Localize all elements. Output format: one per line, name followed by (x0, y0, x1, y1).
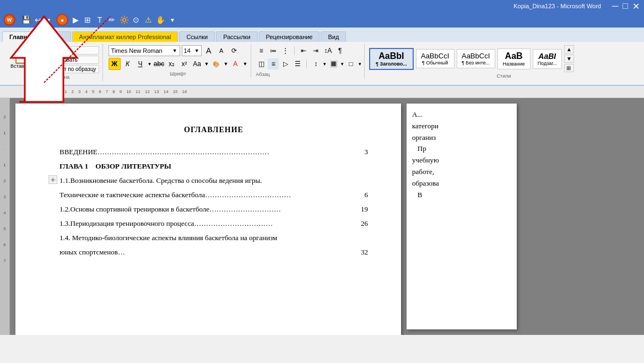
toc-entry-6: 1.3.Периодизация тренировочного процесса… (59, 219, 368, 228)
title-bar: Kopia_Dina123 - Microsoft Word ─ □ ✕ (0, 0, 644, 12)
toc-entry-4: Технические и тактические аспекты баскет… (59, 191, 368, 199)
highlight-color-btn[interactable]: 🎨 (210, 58, 221, 69)
tab-insert[interactable]: Вст... (42, 31, 71, 42)
tab-view[interactable]: Вид (321, 31, 346, 42)
borders-dropdown[interactable]: ▼ (358, 62, 362, 67)
align-right-btn[interactable]: ▷ (280, 58, 291, 69)
toc-entry-1: ВВЕДЕНИЕ……………………………………………………………… 3 (59, 148, 368, 156)
toc-page-1: 3 (351, 148, 368, 156)
numbering-btn[interactable]: ≔ (268, 45, 279, 56)
underline-dropdown[interactable]: ▼ (148, 62, 152, 67)
bold-btn[interactable]: Ж (109, 58, 121, 70)
font-size-box[interactable]: 14 ▼ (182, 45, 202, 56)
antiplagiat-quick-btn[interactable]: ● (56, 14, 68, 26)
paste-button[interactable]: 📋 Вставить (7, 48, 35, 71)
normal-style-btn[interactable]: AaBbCcI ¶ Обычный (416, 49, 454, 68)
toc-page-6: 26 (351, 219, 368, 228)
document-area: 2 1 · 1 2 3 4 5 6 7 + ОГЛАВЛЕНИЕ ВВЕДЕНИ… (0, 98, 644, 335)
toc-page-5: 19 (351, 205, 368, 214)
line-spacing-btn[interactable]: ↕ (310, 58, 321, 69)
copy-button[interactable]: 📄 Копировать (37, 56, 99, 64)
shrink-font-btn[interactable]: A (216, 45, 227, 56)
show-marks-btn[interactable]: ¶ (334, 45, 345, 56)
maximize-btn[interactable]: □ (623, 1, 628, 11)
bullets-btn[interactable]: ≡ (256, 45, 267, 56)
highlight-dropdown[interactable]: ▼ (223, 61, 228, 67)
grow-font-btn[interactable]: A (203, 45, 214, 56)
align-center-btn[interactable]: ≡ (268, 58, 279, 69)
tab-antiplagiat[interactable]: Антиплагиат киллер Professional (72, 31, 178, 42)
toc-text-1: ВВЕДЕНИЕ……………………………………………………………… (59, 148, 351, 156)
undo-dropdown[interactable]: ▼ (44, 15, 54, 25)
toc-entry-7: 1.4. Методико-биологические аспекты влия… (59, 234, 368, 242)
paragraph-group: ≡ ≔ ⋮ ⇤ ⇥ ↕A ¶ ◫ ≡ ▷ ☰ ↕ ▼ 🔳 ▼ □ ▼ (253, 44, 365, 78)
tab-references[interactable]: Ссылки (179, 31, 215, 42)
ribbon-content: 📋 Вставить ✂ Вырезать 📄 Копировать 🖌 Фор… (0, 42, 644, 86)
no-spacing-style-btn[interactable]: AaBbCcI ¶ Без инте... (457, 49, 495, 68)
superscript-btn[interactable]: x² (179, 58, 190, 69)
line-spacing-dropdown[interactable]: ▼ (322, 62, 327, 67)
toc-text-8: юных спортсменов… (59, 248, 351, 257)
toc-text-4: Технические и тактические аспекты баскет… (59, 191, 351, 199)
font-name-box[interactable]: Times New Roman ▼ (109, 45, 180, 56)
justify-btn[interactable]: ☰ (292, 58, 303, 69)
font-color-dropdown[interactable]: ▼ (242, 61, 247, 67)
shading-btn[interactable]: 🔳 (328, 58, 339, 69)
italic-btn[interactable]: К (122, 58, 133, 69)
quick-access-toolbar: W 💾 ↩ ▼ ● ▶ ⊞ T ✏ 🔆 ⊙ ⚠ ✋ ▼ (0, 12, 644, 28)
hand-btn[interactable]: ✋ (155, 15, 165, 25)
right-panel-text: А... категори организ Пр учебную работе,… (412, 109, 511, 201)
cut-button[interactable]: ✂ Вырезать (37, 46, 99, 55)
save-button[interactable]: 💾 (21, 15, 31, 25)
shading-dropdown[interactable]: ▼ (340, 62, 344, 67)
undo-button[interactable]: ↩ (33, 15, 43, 25)
sep1 (294, 46, 295, 55)
paragraph-label: Абзац (256, 72, 362, 77)
subtitle-style-btn[interactable]: AaBI Подзаг... (533, 49, 562, 69)
font-group: Times New Roman ▼ 14 ▼ A A ⟳ Ж К Ч ▼ (105, 44, 252, 78)
multilevel-btn[interactable]: ⋮ (280, 45, 291, 56)
styles-more-btn[interactable]: ⊞ (564, 64, 574, 72)
page-container: + ОГЛАВЛЕНИЕ ВВЕДЕНИЕ…………………………………………………… (10, 98, 644, 335)
subscript-btn[interactable]: x₂ (166, 58, 177, 69)
borders-btn[interactable]: □ (345, 58, 356, 69)
case-btn[interactable]: Аа (192, 58, 203, 69)
table-insert-btn[interactable]: ⊞ (83, 15, 93, 25)
increase-indent-btn[interactable]: ⇥ (310, 45, 321, 56)
font-label: Шрифт (170, 71, 186, 77)
align-left-btn[interactable]: ◫ (256, 58, 267, 69)
minimize-btn[interactable]: ─ (612, 1, 618, 11)
sort-btn[interactable]: ↕A (322, 45, 333, 56)
format-painter-button[interactable]: 🖌 Формат по образцу (37, 65, 99, 73)
title-style-btn[interactable]: AaB Название (497, 48, 531, 69)
tab-review[interactable]: Рецензирование (259, 31, 320, 42)
underline-btn[interactable]: Ч (135, 58, 146, 69)
toc-text-7: 1.4. Методико-биологические аспекты влия… (59, 234, 351, 242)
decrease-indent-btn[interactable]: ⇤ (298, 45, 309, 56)
tab-mailings[interactable]: Рассылки (216, 31, 257, 42)
draw-btn[interactable]: ✏ (107, 15, 117, 25)
lasso-btn[interactable]: ⊙ (131, 15, 141, 25)
office-button[interactable]: W (3, 14, 15, 26)
font-color-btn[interactable]: A (230, 58, 241, 69)
tab-home[interactable]: Главная (2, 31, 41, 42)
dropdown-arrow[interactable]: ▼ (170, 17, 175, 23)
toc-text-3: 1.1.Возникновение баскетбола. Средства о… (59, 176, 351, 185)
close-btn[interactable]: ✕ (632, 1, 640, 12)
clear-format-btn[interactable]: ⟳ (229, 45, 240, 56)
styles-down-btn[interactable]: ▼ (564, 55, 574, 63)
sep2 (306, 59, 307, 68)
highlight-btn[interactable]: 🔆 (119, 15, 129, 25)
toc-text-2: ГЛАВА 1 ОБЗОР ЛИТЕРАТУРЫ (59, 162, 351, 171)
strikethrough-btn[interactable]: abc (154, 58, 165, 69)
warn-btn[interactable]: ⚠ (143, 15, 153, 25)
text-box-btn[interactable]: T (95, 15, 105, 25)
styles-label: Стили (369, 73, 638, 79)
styles-up-btn[interactable]: ▲ (564, 45, 574, 53)
clipboard-group: 📋 Вставить ✂ Вырезать 📄 Копировать 🖌 Фор… (3, 44, 103, 81)
run-button[interactable]: ▶ (71, 15, 80, 25)
heading-style-btn[interactable]: AaBbI ¶ Заголово... (369, 48, 414, 70)
case-dropdown[interactable]: ▼ (204, 61, 209, 67)
add-paragraph-btn[interactable]: + (48, 175, 57, 184)
clipboard-label: Буфер обмена (36, 74, 69, 80)
